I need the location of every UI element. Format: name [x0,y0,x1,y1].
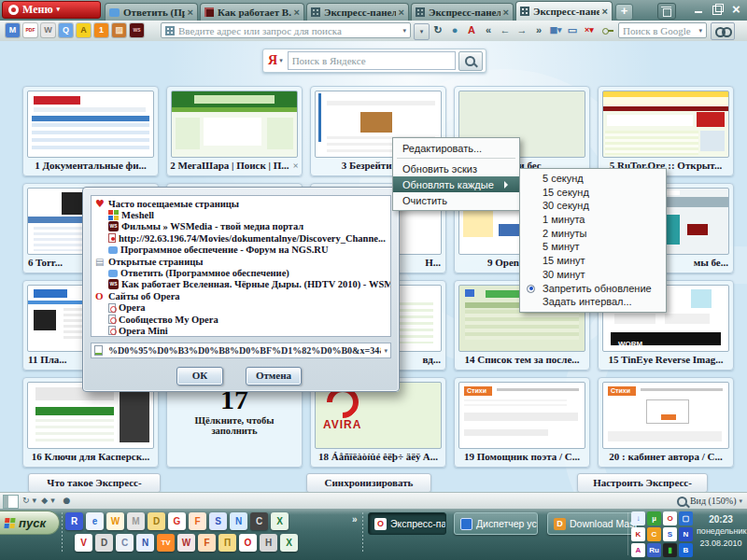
opera-menu-button[interactable]: Меню ▾ [2,1,101,19]
tab-close-icon[interactable]: × [399,7,404,18]
favicon-forum[interactable]: Q [59,23,73,37]
favicon-photo[interactable]: ▨ [112,23,126,37]
tab-close-icon[interactable]: × [188,7,193,18]
remote-desktop-icon[interactable]: R [65,512,83,530]
zoom-view-button[interactable]: Вид (150%) ▾ [677,495,742,508]
cancel-button[interactable]: Отмена [246,367,302,385]
ati-icon[interactable]: A [631,543,645,557]
opera-turbo-icon[interactable]: ● ▾ [60,495,74,507]
tab-close-icon[interactable]: × [294,7,300,18]
tab-speed-dial-active[interactable]: Экспресс-панель × [515,1,613,21]
folder-icon[interactable]: П [218,534,236,552]
speeddial-help-button[interactable]: Что такое Экспресс-панель? [28,473,161,492]
cd-burner-icon[interactable]: C [116,534,134,552]
dialog-list-item[interactable]: WSКак работает Вселенная. Чёрные Дыры. (… [95,279,390,290]
opera-turbo-button[interactable]: A [464,22,479,38]
fit-width-button[interactable]: ▭ [565,22,580,38]
tab-close-icon[interactable]: × [503,7,509,18]
opera-unite-icon[interactable]: ◆ ▾ [41,495,55,507]
submenu-item[interactable]: 1 минута [520,213,666,227]
sync-opera-button[interactable]: Синхронизировать Opera... [306,473,431,492]
submenu-item[interactable]: 15 секунд [520,186,666,200]
tab-kak-rabotaet[interactable]: Как работает В... × [200,3,304,21]
opera-tray-icon[interactable]: O [663,511,677,525]
rewind-button[interactable]: « [481,22,496,38]
dial-20[interactable]: Стихи20 : кабинет автора / С... [598,377,734,468]
network-places-icon[interactable]: N [230,512,247,530]
dialog-list-item[interactable]: Сообщество My Opera [95,314,390,325]
address-bar[interactable]: Введите адрес или запрос для поиска ▾ [161,22,411,38]
delete-private-data-button[interactable]: ×▾ [582,22,597,38]
office-doc-icon[interactable]: W [177,534,195,552]
password-wand-button[interactable] [599,22,613,38]
tab-speed-dial-2[interactable]: Экспресс-панель × [411,3,514,21]
menu-item-обновлять-каждые[interactable]: Обновлять каждые [393,176,519,192]
dial-19[interactable]: Стихи19 Помощник поэта / С... [454,377,590,468]
excel-icon[interactable]: X [271,512,289,530]
comodo-icon[interactable]: C [647,527,661,541]
nero-icon[interactable]: N [136,534,154,552]
taskbar-button-opera[interactable]: O Экспресс-панель -... [368,512,446,535]
forward-button[interactable]: → [514,22,529,38]
dialog-address-combo[interactable]: %D0%95%D0%B3%D0%B8%D0%BF%D1%82%D0%B0&x=3… [91,343,391,358]
audio-mixer-icon[interactable]: ▮ [663,543,677,557]
panels-toggle-button[interactable] [3,495,19,509]
new-tab-button[interactable]: + [615,4,633,21]
dialog-list-item[interactable]: http://92.63.196.74/Movies/dokumentalnye… [95,232,390,244]
bluetooth-icon[interactable]: B [679,543,693,557]
yandex-search-button[interactable] [458,51,483,71]
firefox-icon[interactable]: F [189,512,206,530]
images-toggle-button[interactable]: ▦▾ [548,22,563,38]
back-button[interactable]: ← [498,22,513,38]
maximize-button[interactable] [709,2,725,17]
tray-download-icon[interactable]: ↓ [631,511,645,525]
webmoney-icon[interactable]: S [663,527,677,541]
dialog-list-item[interactable]: Meshell [95,209,390,220]
chevron-down-icon[interactable]: ▾ [384,347,388,355]
submenu-item[interactable]: 2 минуты [520,227,666,241]
tv-player-icon[interactable]: TV [157,534,175,552]
submenu-item[interactable]: 5 минут [520,240,666,254]
kaspersky-icon[interactable]: K [631,527,645,541]
google-search-field[interactable]: Поиск в Google ▾ [618,22,707,38]
taskbar-button-device-manager[interactable]: Диспетчер устрой... [454,512,538,535]
find-on-page-button[interactable] [711,22,735,40]
submenu-item[interactable]: 15 минут [520,254,666,268]
favicon-pdf[interactable]: PDF [23,23,37,37]
close-window-button[interactable]: × [728,2,744,17]
opera-link-button[interactable]: ● [447,22,462,38]
floppy-icon[interactable]: S [209,512,227,530]
chrome-icon[interactable]: G [168,512,186,530]
opera-icon[interactable]: O [239,534,257,552]
hdd-icon[interactable]: H [260,534,277,552]
tab-speed-dial-1[interactable]: Экспресс-панель × [306,3,409,21]
msn-icon[interactable]: M [127,512,145,530]
start-button[interactable]: пуск [0,511,60,535]
ok-button[interactable]: ОК [176,367,223,385]
dial-1[interactable]: 1 Документальные фи... [22,86,159,176]
tab-close-icon[interactable]: × [602,7,608,17]
submenu-item[interactable]: Задать интервал... [520,295,666,309]
favicon-warning[interactable]: A [77,23,91,37]
display-settings-icon[interactable]: ▢ [679,511,693,525]
closed-tabs-trash-button[interactable] [657,3,676,20]
dialog-list-item[interactable]: Программное обеспечение - Форум на NGS.R… [95,245,390,256]
opera-link-icon[interactable]: ↻ ▾ [22,495,36,507]
tab-otvetit[interactable]: Ответить (Прог... × [105,3,198,21]
address-dropdown-button[interactable]: ▾ [414,23,430,40]
dialog-list-item[interactable]: Ответить (Программное обеспечение) [95,267,390,278]
excel2-icon[interactable]: X [280,534,298,552]
taskbar-button-download-master[interactable]: D Download Master [547,512,637,535]
dialog-list-item[interactable]: WSФильмы » WSMedia - твой медиа портал [95,221,390,232]
internet-explorer-icon[interactable]: e [86,512,104,530]
disk-manager-icon[interactable]: D [95,534,113,552]
dial-close-icon[interactable]: × [293,160,299,171]
reload-button[interactable]: ↻ [430,22,445,38]
winamp-icon[interactable]: W [106,512,124,530]
dialog-list-item[interactable]: Opera [95,302,390,314]
favicon-wiki[interactable]: W [41,23,55,37]
submenu-item[interactable]: 30 секунд [520,199,666,213]
menu-item-редактировать-[interactable]: Редактировать... [393,140,519,156]
lang-indicator[interactable]: Ru [647,543,661,557]
nod32-icon[interactable]: N [679,527,693,541]
